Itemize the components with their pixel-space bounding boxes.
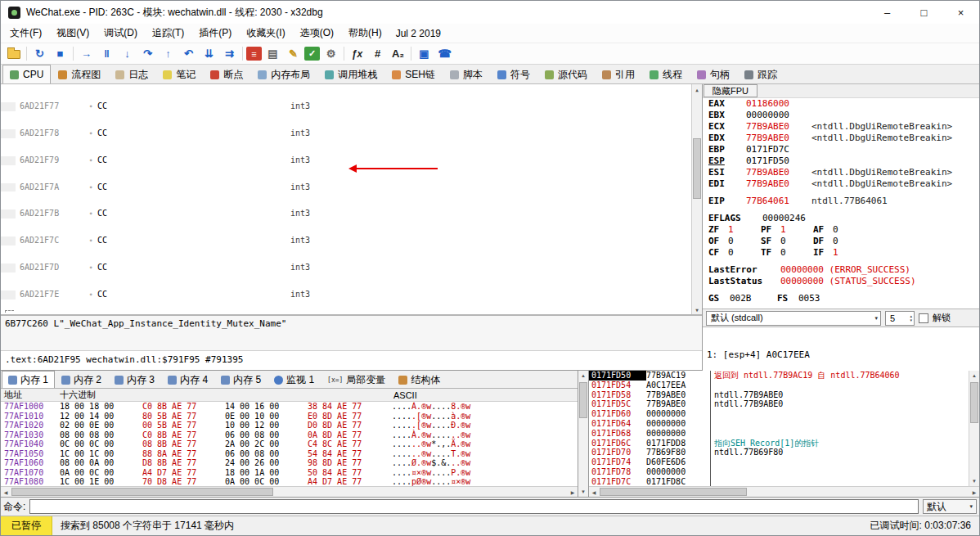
memory-row[interactable]: 77AF10700A 00 0C 00A4 D7 AE 7718 00 1A 0… — [1, 468, 578, 478]
tab-log[interactable]: 日志 — [108, 65, 155, 83]
stack-row[interactable]: 0171FD54A0C17EEA — [589, 381, 710, 390]
breakpoint-gutter[interactable] — [1, 102, 16, 111]
menu-plugins[interactable]: 插件(P) — [191, 23, 239, 43]
scrollbar-thumb[interactable] — [11, 488, 273, 496]
disasm-row[interactable]: 6AD21F77CCint3 — [1, 102, 692, 111]
scrollbar-thumb[interactable] — [600, 488, 747, 496]
memory-vertical-scrollbar[interactable]: ▲ ▼ — [578, 371, 589, 497]
calling-convention-select[interactable]: 默认 (stdcall)▾ — [706, 311, 881, 326]
stack-comment[interactable] — [711, 381, 969, 390]
stack-row[interactable]: 0171FD6C0171FDD8 — [589, 439, 710, 448]
stack-horizontal-scrollbar[interactable]: ◀ ▶ — [589, 486, 979, 497]
tab-call-stack[interactable]: 调用堆栈 — [317, 65, 384, 83]
tab-notes[interactable]: 笔记 — [155, 65, 203, 83]
menu-help[interactable]: 帮助(H) — [341, 23, 389, 43]
tab-threads[interactable]: 线程 — [642, 65, 690, 83]
memory-horizontal-scrollbar[interactable]: ◀ ▶ — [1, 486, 578, 497]
stack-comment[interactable] — [711, 409, 969, 419]
restart-icon[interactable]: ↻ — [30, 45, 49, 62]
breakpoint-gutter[interactable] — [1, 291, 16, 300]
scrollbar-thumb[interactable] — [970, 382, 978, 423]
disasm-row[interactable]: 6AD21F7BCCint3 — [1, 209, 692, 218]
scrollbar-thumb[interactable] — [693, 138, 701, 199]
disasm-vertical-scrollbar[interactable]: ▲ ▼ — [691, 84, 702, 314]
command-input[interactable] — [29, 499, 919, 514]
stack-comment[interactable]: ntdll.77B9ABE0 — [711, 390, 969, 400]
stack-comment[interactable] — [711, 429, 969, 439]
stack-comment[interactable] — [711, 477, 969, 486]
maximize-button[interactable]: □ — [906, 1, 942, 24]
tab-cpu[interactable]: CPU — [2, 65, 51, 83]
memory-map-icon[interactable]: ▤ — [263, 45, 282, 62]
register-row-eip[interactable]: EIP77B64061ntdll.77B64061 — [703, 196, 979, 207]
stack-row[interactable]: 0171FD7077B69F80 — [589, 448, 710, 457]
scroll-down-icon[interactable]: ▼ — [969, 476, 979, 486]
execute-till-return-icon[interactable]: ↑ — [159, 45, 178, 62]
tab-dump-4[interactable]: 内存 4 — [161, 371, 214, 388]
memory-row[interactable]: 77AF10501C 00 1C 0088 8A AE 7706 00 08 0… — [1, 449, 578, 459]
breakpoints-icon[interactable]: # — [368, 45, 387, 62]
stack-view[interactable]: 0171FD5077B9AC19 0171FD54A0C17EEA 0171FD… — [589, 371, 710, 486]
stack-row[interactable]: 0171FD5877B9ABE0 — [589, 390, 710, 400]
last-status-row[interactable]: LastStatus00000000 (STATUS_SUCCESS) — [703, 276, 979, 287]
tab-seh[interactable]: SEH链 — [384, 65, 443, 83]
memory-row[interactable]: 77AF100018 00 18 00C0 8B AE 7714 00 16 0… — [1, 402, 578, 412]
tab-graph[interactable]: 流程图 — [51, 65, 108, 83]
memory-row[interactable]: 77AF10400C 00 0C 0008 8B AE 772A 00 2C 0… — [1, 439, 578, 449]
handles-icon[interactable]: ☎ — [435, 45, 454, 62]
scrollbar-thumb[interactable] — [579, 382, 587, 418]
open-file-icon[interactable] — [4, 45, 23, 62]
tab-locals[interactable]: [x=]局部变量 — [321, 371, 392, 388]
scroll-right-icon[interactable]: ▶ — [568, 487, 578, 497]
memory-row[interactable]: 77AF101012 00 14 0080 5B AE 770E 00 10 0… — [1, 412, 578, 421]
stack-row[interactable]: 0171FD5C77B9ABE0 — [589, 399, 710, 409]
menu-debug[interactable]: 调试(D) — [97, 23, 145, 43]
menu-view[interactable]: 视图(V) — [49, 23, 97, 43]
font-icon[interactable]: A₂ — [389, 45, 407, 62]
settings-gear-icon[interactable]: ⚙ — [321, 45, 340, 62]
stack-row[interactable]: 0171FD7800000000 — [589, 467, 710, 477]
scroll-left-icon[interactable]: ◀ — [589, 487, 599, 497]
stack-comment[interactable] — [711, 419, 969, 429]
breakpoint-gutter[interactable] — [1, 156, 16, 165]
stack-row[interactable]: 0171FD6000000000 — [589, 409, 710, 419]
tab-handles[interactable]: 句柄 — [690, 65, 737, 83]
step-back-icon[interactable]: ↶ — [179, 45, 198, 62]
scroll-up-icon[interactable]: ▲ — [969, 371, 979, 381]
disassembly-view[interactable]: 6AD21F77CCint3 6AD21F78CCint3 6AD21F79CC… — [1, 84, 702, 316]
stack-comment[interactable] — [711, 457, 969, 467]
tab-trace[interactable]: 跟踪 — [737, 65, 784, 83]
scroll-right-icon[interactable]: ▶ — [969, 487, 979, 497]
unlock-checkbox[interactable] — [919, 313, 928, 323]
register-row[interactable]: ESP0171FD50 — [703, 155, 979, 167]
eflags-row[interactable]: EFLAGS00000246 — [703, 213, 979, 224]
tab-watch-1[interactable]: 监视 1 — [267, 371, 321, 388]
flags-row[interactable]: ZF1PF1AF0 — [703, 224, 979, 236]
pause-icon[interactable]: ‖ — [97, 45, 116, 62]
disasm-row[interactable]: 6AD21F79CCint3 — [1, 156, 692, 165]
segment-row[interactable]: GS002BFS0053 — [703, 293, 979, 304]
breakpoint-gutter[interactable] — [1, 183, 16, 192]
disasm-row[interactable]: 6AD21F7ECCint3 — [1, 291, 692, 300]
tab-dump-2[interactable]: 内存 2 — [55, 371, 108, 388]
scroll-up-icon[interactable]: ▲ — [692, 84, 702, 94]
register-row[interactable]: EDI77B9ABE0<ntdll.DbgUiRemoteBreakin> — [703, 178, 979, 190]
flags-row[interactable]: OF0SF0DF0 — [703, 236, 979, 247]
last-error-row[interactable]: LastError00000000 (ERROR_SUCCESS) — [703, 264, 979, 276]
breakpoint-gutter[interactable] — [1, 263, 16, 273]
notes-icon[interactable]: ✎ — [284, 45, 303, 62]
register-row[interactable]: EBP0171FD7C — [703, 144, 979, 155]
scroll-down-icon[interactable]: ▼ — [692, 304, 702, 314]
stack-comment[interactable]: 返回到 ntdll.77B9AC19 自 ntdll.77B64060 — [711, 371, 969, 381]
tab-references[interactable]: 引用 — [595, 65, 642, 83]
register-row[interactable]: EBX00000000 — [703, 110, 979, 121]
disasm-row[interactable]: 6AD21F78CCint3 — [1, 129, 692, 138]
command-profile-select[interactable]: 默认▾ — [923, 499, 977, 514]
run-icon[interactable]: → — [77, 45, 96, 62]
memory-row[interactable]: 77AF103008 00 08 00C0 8B AE 7706 00 08 0… — [1, 430, 578, 440]
stack-comment[interactable]: 指向SEH_Record[1]的指针 — [711, 439, 969, 448]
stack-vertical-scrollbar[interactable]: ▲ ▼ — [969, 371, 979, 486]
argument-count-spinner[interactable]: 5▴▾ — [885, 311, 915, 326]
tab-source[interactable]: 源代码 — [537, 65, 595, 83]
windows-icon[interactable]: ▣ — [415, 45, 434, 62]
